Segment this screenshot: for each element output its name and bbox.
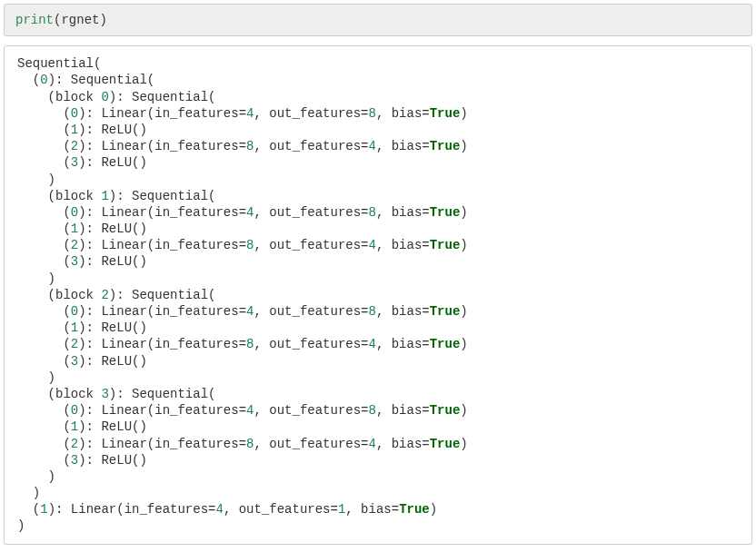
output-line: (2): Linear(in_features=8, out_features=… [17,138,739,154]
output-line: (3): ReLU() [17,253,739,270]
output-token: ) [17,271,55,286]
output-token: , out_features= [254,238,368,252]
output-token: ( [17,205,71,220]
output-token: ): ReLU() [78,354,147,369]
output-line: (0): Linear(in_features=4, out_features=… [17,105,739,122]
code-token-arg: rgnet [61,13,99,27]
output-token: ): ReLU() [78,123,147,137]
output-token: ) [460,437,467,451]
num-token: 4 [369,337,376,351]
output-token: ): ReLU() [78,419,147,434]
output-token: ) [460,139,467,153]
output-token: , out_features= [254,106,368,121]
output-token: ( [17,502,40,517]
output-token: ): Linear(in_features= [78,205,246,220]
output-line: (0): Linear(in_features=4, out_features=… [17,402,739,419]
output-token: (block [17,189,101,203]
num-token: 8 [369,205,376,220]
num-token: 2 [101,288,108,302]
output-token: , bias= [376,437,430,451]
num-token: 2 [71,238,78,252]
output-token: ): Linear(in_features= [78,403,246,418]
output-token: ): ReLU() [78,453,147,468]
output-token: , bias= [345,502,399,517]
num-token: 0 [71,106,78,121]
num-token: 8 [369,403,376,418]
output-token: ( [17,123,71,137]
output-token: ): Sequential( [109,90,216,104]
output-line: ) [17,172,739,188]
output-token: ( [17,419,71,434]
output-token: ): Sequential( [109,387,216,401]
output-token: ( [17,437,71,451]
num-token: 4 [369,437,376,451]
output-token: ): Linear(in_features= [78,106,246,121]
output-token: (block [17,387,101,401]
output-token: ( [17,73,40,87]
num-token: 1 [71,123,78,137]
output-line: (2): Linear(in_features=8, out_features=… [17,436,739,452]
output-token: , out_features= [254,139,368,153]
output-token: ( [17,304,71,319]
true-token: True [430,139,461,153]
output-line: (1): ReLU() [17,419,739,435]
output-token: Sequential( [17,56,101,71]
output-line: ) [17,468,739,485]
output-token: ): Sequential( [109,189,216,203]
output-token: ( [17,337,71,351]
true-token: True [430,337,461,351]
output-line: (2): Linear(in_features=8, out_features=… [17,237,739,253]
num-token: 4 [369,238,376,252]
output-token: ( [17,222,71,236]
output-token: , out_features= [224,502,338,517]
num-token: 2 [71,437,78,451]
output-token: ): ReLU() [78,320,147,335]
output-line: (1): ReLU() [17,122,739,138]
true-token: True [430,437,461,451]
true-token: True [430,106,461,121]
output-line: (block 1): Sequential( [17,188,739,204]
num-token: 1 [101,189,108,203]
num-token: 1 [71,419,78,434]
output-token: , bias= [376,337,430,351]
num-token: 8 [369,304,376,319]
output-line: ) [17,271,739,287]
output-line: (1): Linear(in_features=4, out_features=… [17,501,739,518]
output-token: ( [17,139,71,153]
output-token: ) [17,518,25,533]
num-token: 1 [71,222,78,236]
output-token: ): Linear(in_features= [48,502,216,517]
num-token: 4 [369,139,376,153]
output-token: ( [17,354,71,369]
output-token: , bias= [376,139,430,153]
num-token: 3 [71,155,78,170]
output-line: (3): ReLU() [17,452,739,468]
output-token: , bias= [376,106,430,121]
output-line: ) [17,370,739,386]
output-token: , bias= [376,403,430,418]
output-line: (0): Sequential( [17,72,739,88]
output-token: , out_features= [254,403,368,418]
output-token: ) [430,502,437,517]
num-token: 3 [71,453,78,468]
output-token: , out_features= [254,205,368,220]
output-token: ( [17,238,71,252]
output-token: , bias= [376,238,430,252]
output-token: , out_features= [254,437,368,451]
output-token: , bias= [376,205,430,220]
output-line: (0): Linear(in_features=4, out_features=… [17,204,739,221]
num-token: 3 [71,354,78,369]
output-token: ): Sequential( [109,288,216,302]
output-token: ( [17,320,71,335]
num-token: 8 [369,106,376,121]
output-line: (0): Linear(in_features=4, out_features=… [17,303,739,320]
num-token: 0 [71,304,78,319]
true-token: True [430,304,461,319]
output-token: ): Linear(in_features= [78,238,246,252]
output-token: ) [460,238,467,252]
output-line: (block 2): Sequential( [17,287,739,303]
num-token: 0 [101,90,108,104]
output-line: ) [17,485,739,501]
num-token: 2 [71,139,78,153]
num-token: 4 [215,502,223,517]
